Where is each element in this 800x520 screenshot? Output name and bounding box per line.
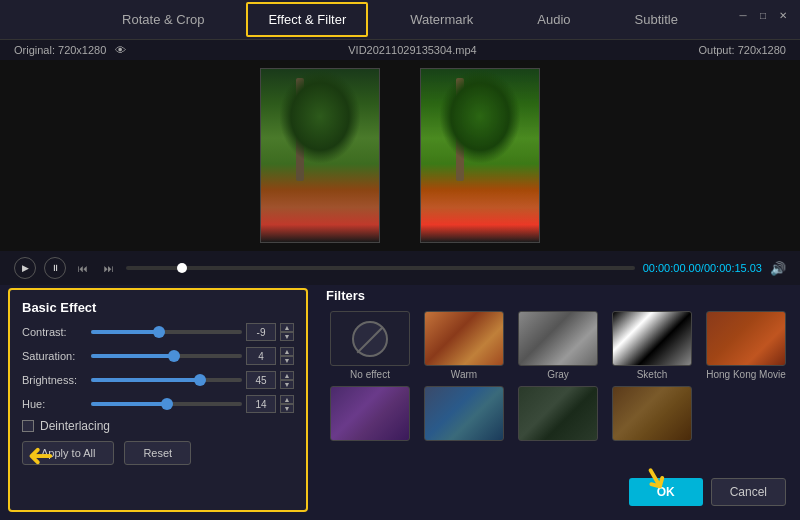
arrow-annotation-left: ➜ [27,441,54,473]
cancel-button[interactable]: Cancel [711,478,786,506]
preview-videos [0,60,800,251]
hue-up[interactable]: ▲ [280,395,294,404]
contrast-up[interactable]: ▲ [280,323,294,332]
contrast-slider[interactable] [91,324,242,340]
play-button[interactable]: ▶ [14,257,36,279]
filter-no-effect-label: No effect [350,369,390,380]
prev-frame-button[interactable]: ⏮ [74,259,92,277]
saturation-down[interactable]: ▼ [280,356,294,365]
filter-row2-3[interactable] [514,386,602,444]
action-buttons: Apply to All Reset ➜ [22,441,294,465]
filter-row2-4-thumbnail [612,386,692,441]
brightness-down[interactable]: ▼ [280,380,294,389]
window-controls: ─ □ ✕ [736,8,790,22]
filter-row2-1[interactable] [326,386,414,444]
progress-dot [177,263,187,273]
right-section: Filters No effect Warm Gray [316,280,800,520]
filename: VID20211029135304.mp4 [348,44,476,56]
hue-value: 14 [246,395,276,413]
filter-row2-4[interactable] [608,386,696,444]
contrast-down[interactable]: ▼ [280,332,294,341]
brightness-spinner[interactable]: ▲ ▼ [280,371,294,389]
minimize-button[interactable]: ─ [736,8,750,22]
brightness-row: Brightness: 45 ▲ ▼ [22,371,294,389]
preview-area: Original: 720x1280 👁 VID20211029135304.m… [0,40,800,280]
deinterlacing-checkbox[interactable] [22,420,34,432]
filter-row2-2-thumbnail [424,386,504,441]
tab-bar: Rotate & Crop Effect & Filter Watermark … [0,0,800,40]
filter-gray-label: Gray [547,369,569,380]
brightness-up[interactable]: ▲ [280,371,294,380]
filters-grid: No effect Warm Gray Sketch [326,311,790,444]
filter-warm-label: Warm [451,369,477,380]
basic-effect-title: Basic Effect [22,300,294,315]
filter-no-effect[interactable]: No effect [326,311,414,380]
contrast-row: Contrast: -9 ▲ ▼ [22,323,294,341]
brightness-label: Brightness: [22,374,87,386]
filter-sketch-label: Sketch [637,369,668,380]
contrast-spinner[interactable]: ▲ ▼ [280,323,294,341]
saturation-spinner[interactable]: ▲ ▼ [280,347,294,365]
filters-title: Filters [326,288,790,303]
brightness-value: 45 [246,371,276,389]
filter-hong-kong-movie[interactable]: Hong Kong Movie [702,311,790,380]
filter-warm[interactable]: Warm [420,311,508,380]
reset-button[interactable]: Reset [124,441,191,465]
saturation-slider[interactable] [91,348,242,364]
tab-rotate-crop[interactable]: Rotate & Crop [100,2,226,37]
hongkong-thumbnail [706,311,786,366]
tab-watermark[interactable]: Watermark [388,2,495,37]
filter-row2-1-thumbnail [330,386,410,441]
sketch-thumbnail [612,311,692,366]
saturation-value: 4 [246,347,276,365]
time-display: 00:00:00.00/00:00:15.03 [643,262,762,274]
tab-subtitle[interactable]: Subtitle [613,2,700,37]
bottom-panel: Basic Effect Contrast: -9 ▲ ▼ Saturation… [0,280,800,520]
volume-icon[interactable]: 🔊 [770,261,786,276]
deinterlacing-row: Deinterlacing [22,419,294,433]
progress-bar[interactable] [126,266,635,270]
brightness-slider[interactable] [91,372,242,388]
warm-thumbnail [424,311,504,366]
original-video-preview [261,69,379,242]
original-video-frame [260,68,380,243]
tab-effect-filter[interactable]: Effect & Filter [246,2,368,37]
next-frame-button[interactable]: ⏭ [100,259,118,277]
filter-row2-2[interactable] [420,386,508,444]
hue-down[interactable]: ▼ [280,404,294,413]
saturation-label: Saturation: [22,350,87,362]
close-button[interactable]: ✕ [776,8,790,22]
maximize-button[interactable]: □ [756,8,770,22]
hue-slider[interactable] [91,396,242,412]
output-video-frame [420,68,540,243]
filter-sketch[interactable]: Sketch [608,311,696,380]
original-label: Original: 720x1280 👁 [14,44,126,56]
hue-label: Hue: [22,398,87,410]
saturation-up[interactable]: ▲ [280,347,294,356]
filter-gray[interactable]: Gray [514,311,602,380]
deinterlacing-label: Deinterlacing [40,419,110,433]
tab-audio[interactable]: Audio [515,2,592,37]
saturation-row: Saturation: 4 ▲ ▼ [22,347,294,365]
output-video-preview [421,69,539,242]
hue-spinner[interactable]: ▲ ▼ [280,395,294,413]
filter-row2-3-thumbnail [518,386,598,441]
contrast-label: Contrast: [22,326,87,338]
output-label: Output: 720x1280 [699,44,786,56]
gray-thumbnail [518,311,598,366]
pause-button[interactable]: ⏸ [44,257,66,279]
hue-row: Hue: 14 ▲ ▼ [22,395,294,413]
eye-icon[interactable]: 👁 [115,44,126,56]
contrast-value: -9 [246,323,276,341]
filter-hongkong-label: Hong Kong Movie [706,369,786,380]
preview-info-bar: Original: 720x1280 👁 VID20211029135304.m… [0,40,800,60]
no-effect-icon [352,321,388,357]
basic-effect-panel: Basic Effect Contrast: -9 ▲ ▼ Saturation… [8,288,308,512]
